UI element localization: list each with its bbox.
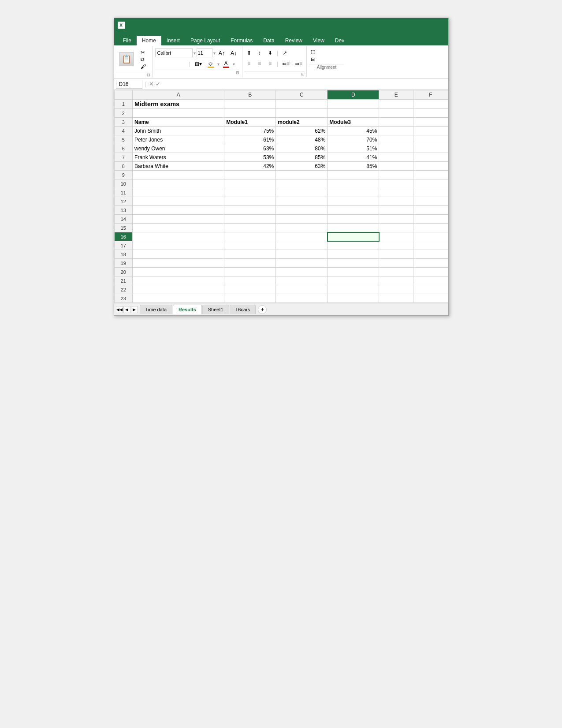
cell-D16[interactable]: [328, 232, 379, 241]
merge-cells-button[interactable]: ⊟: [309, 56, 344, 63]
col-header-E[interactable]: E: [379, 90, 413, 100]
font-color-button[interactable]: A: [221, 59, 231, 69]
cell-C18[interactable]: [276, 250, 328, 259]
cell-E20[interactable]: [379, 268, 413, 276]
cell-C9[interactable]: [276, 171, 328, 179]
add-sheet-button[interactable]: +: [258, 305, 267, 314]
cell-C20[interactable]: [276, 268, 328, 276]
cell-D13[interactable]: [328, 206, 379, 215]
format-painter-button[interactable]: 🖌: [140, 63, 149, 70]
tab-formulas[interactable]: Formulas: [225, 36, 258, 45]
cell-B16[interactable]: [224, 232, 276, 241]
cell-F6[interactable]: [413, 144, 448, 153]
redo-button[interactable]: [139, 24, 142, 26]
cell-F21[interactable]: [413, 276, 448, 285]
cell-C15[interactable]: [276, 224, 328, 232]
cell-A10[interactable]: [133, 179, 224, 188]
cell-C17[interactable]: [276, 241, 328, 250]
cell-C3[interactable]: module2: [276, 118, 328, 127]
tab-file[interactable]: File: [118, 36, 137, 45]
tab-home[interactable]: Home: [137, 36, 161, 45]
sheet-tab-t6cars[interactable]: T6cars: [230, 305, 256, 314]
row-number-17[interactable]: 17: [114, 241, 133, 250]
cell-D11[interactable]: [328, 188, 379, 197]
cell-F5[interactable]: [413, 135, 448, 144]
cell-D17[interactable]: [328, 241, 379, 250]
font-size-input[interactable]: [197, 49, 212, 57]
cell-C2[interactable]: [276, 109, 328, 118]
row-number-7[interactable]: 7: [114, 153, 133, 162]
cell-A11[interactable]: [133, 188, 224, 197]
fill-color-button[interactable]: ◇: [205, 59, 216, 69]
cell-A4[interactable]: John Smith: [133, 127, 224, 135]
row-number-20[interactable]: 20: [114, 268, 133, 276]
wrap-text-button[interactable]: ⬚: [309, 48, 344, 56]
cell-A7[interactable]: Frank Waters: [133, 153, 224, 162]
cell-C1[interactable]: [276, 100, 328, 109]
font-name-input[interactable]: [155, 49, 193, 57]
align-center-button[interactable]: ≡: [255, 59, 264, 69]
cell-B12[interactable]: [224, 197, 276, 206]
cell-A3[interactable]: Name: [133, 118, 224, 127]
cell-D10[interactable]: [328, 179, 379, 188]
cell-D5[interactable]: 70%: [328, 135, 379, 144]
tab-data[interactable]: Data: [258, 36, 279, 45]
tab-view[interactable]: View: [308, 36, 330, 45]
row-number-19[interactable]: 19: [114, 259, 133, 268]
cancel-icon[interactable]: ✕: [149, 81, 154, 87]
cell-D15[interactable]: [328, 224, 379, 232]
tab-dev[interactable]: Dev: [330, 36, 350, 45]
row-number-5[interactable]: 5: [114, 135, 133, 144]
cell-C4[interactable]: 62%: [276, 127, 328, 135]
cell-B8[interactable]: 42%: [224, 162, 276, 171]
cell-B10[interactable]: [224, 179, 276, 188]
row-number-6[interactable]: 6: [114, 144, 133, 153]
align-bottom-button[interactable]: ⬇: [265, 48, 275, 58]
cell-E14[interactable]: [379, 215, 413, 224]
cell-F12[interactable]: [413, 197, 448, 206]
cell-C13[interactable]: [276, 206, 328, 215]
cell-D4[interactable]: 45%: [328, 127, 379, 135]
cell-B2[interactable]: [224, 109, 276, 118]
cell-C21[interactable]: [276, 276, 328, 285]
cell-F16[interactable]: [413, 232, 448, 241]
cell-E4[interactable]: [379, 127, 413, 135]
sheet-tab-results[interactable]: Results: [173, 305, 202, 314]
cell-F1[interactable]: [413, 100, 448, 109]
row-number-8[interactable]: 8: [114, 162, 133, 171]
cell-F4[interactable]: [413, 127, 448, 135]
row-number-22[interactable]: 22: [114, 285, 133, 294]
cell-D22[interactable]: [328, 285, 379, 294]
cell-F20[interactable]: [413, 268, 448, 276]
cell-B17[interactable]: [224, 241, 276, 250]
bold-button[interactable]: [155, 59, 165, 69]
cell-B7[interactable]: 53%: [224, 153, 276, 162]
cell-B19[interactable]: [224, 259, 276, 268]
cell-D8[interactable]: 85%: [328, 162, 379, 171]
row-number-4[interactable]: 4: [114, 127, 133, 135]
row-number-23[interactable]: 23: [114, 294, 133, 303]
cell-A9[interactable]: [133, 171, 224, 179]
cell-E3[interactable]: [379, 118, 413, 127]
align-right-button[interactable]: ≡: [265, 59, 275, 69]
cell-D23[interactable]: [328, 294, 379, 303]
cell-E22[interactable]: [379, 285, 413, 294]
cell-A2[interactable]: [133, 109, 224, 118]
cell-C11[interactable]: [276, 188, 328, 197]
sheet-tab-sheet1[interactable]: Sheet1: [202, 305, 229, 314]
row-number-13[interactable]: 13: [114, 206, 133, 215]
col-header-C[interactable]: C: [276, 90, 328, 100]
paste-button[interactable]: 📋: [116, 48, 137, 71]
sheet-nav-first[interactable]: ◀◀: [116, 306, 123, 313]
tab-insert[interactable]: Insert: [161, 36, 185, 45]
cell-A5[interactable]: Peter Jones: [133, 135, 224, 144]
align-top-button[interactable]: ⬆: [244, 48, 254, 58]
cell-reference-box[interactable]: [116, 80, 142, 89]
cell-F17[interactable]: [413, 241, 448, 250]
row-number-18[interactable]: 18: [114, 250, 133, 259]
cell-C23[interactable]: [276, 294, 328, 303]
cell-C8[interactable]: 63%: [276, 162, 328, 171]
cell-D2[interactable]: [328, 109, 379, 118]
cell-C14[interactable]: [276, 215, 328, 224]
cell-C10[interactable]: [276, 179, 328, 188]
